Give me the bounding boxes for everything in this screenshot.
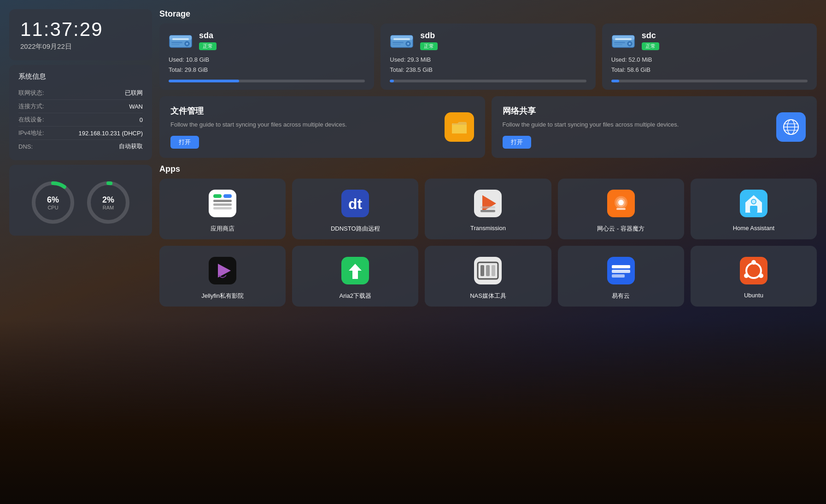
wxcloud-svg bbox=[607, 190, 635, 217]
svg-rect-35 bbox=[213, 207, 232, 209]
svg-rect-20 bbox=[615, 38, 632, 40]
svg-point-22 bbox=[629, 43, 631, 45]
svg-rect-26 bbox=[452, 125, 467, 133]
sys-row-label: 在线设备: bbox=[18, 116, 44, 124]
app-name: Aria2下载器 bbox=[340, 292, 371, 300]
folder-icon bbox=[450, 118, 469, 136]
sys-row-value: 0 bbox=[140, 116, 143, 123]
svg-rect-16 bbox=[392, 42, 404, 43]
disk-used: Used: 29.3 MiB bbox=[390, 55, 586, 65]
app-card[interactable]: Aria2下载器 bbox=[292, 246, 418, 307]
clock-card: 11:37:29 2022年09月22日 bbox=[9, 9, 152, 60]
app-icon bbox=[206, 254, 239, 287]
app-name: NAS媒体工具 bbox=[470, 292, 506, 300]
sys-row-label: 联网状态: bbox=[18, 89, 44, 97]
disk-name: sda bbox=[199, 31, 217, 41]
disk-progress-fill bbox=[611, 80, 619, 82]
svg-rect-24 bbox=[614, 44, 622, 45]
app-name: 网心云 - 容器魔方 bbox=[597, 225, 644, 233]
svg-rect-33 bbox=[213, 200, 232, 202]
cpu-gauge-label: 6% CPU bbox=[30, 180, 76, 226]
system-title: 系统信息 bbox=[18, 72, 143, 81]
svg-point-70 bbox=[744, 273, 749, 278]
disk-icon bbox=[611, 32, 635, 49]
ram-gauge-wrap: 2% RAM bbox=[85, 180, 131, 226]
svg-rect-42 bbox=[480, 210, 495, 212]
app-icon bbox=[737, 187, 770, 220]
app-card[interactable]: Transmission bbox=[425, 179, 551, 239]
network-icon bbox=[782, 118, 800, 136]
app-name: Jellyfin私有影院 bbox=[201, 292, 244, 300]
clock-date: 2022年09月22日 bbox=[20, 42, 141, 51]
service-desc: Follow the guide to start syncing your f… bbox=[503, 120, 769, 129]
cpu-gauge: 6% CPU bbox=[30, 180, 76, 226]
ram-gauge: 2% RAM bbox=[85, 180, 131, 226]
disk-name: sdb bbox=[420, 31, 438, 41]
app-name: Transmission bbox=[470, 225, 506, 232]
svg-rect-60 bbox=[486, 265, 490, 276]
system-card: 系统信息 联网状态: 已联网连接方式: WAN在线设备: 0IPv4地址: 19… bbox=[9, 65, 152, 160]
sys-row-value: 192.168.10.231 (DHCP) bbox=[79, 130, 143, 137]
system-row: IPv4地址: 192.168.10.231 (DHCP) bbox=[18, 127, 143, 140]
app-card[interactable]: Home Assistant bbox=[691, 179, 817, 239]
disk-total: Total: 238.5 GiB bbox=[390, 65, 586, 75]
svg-rect-34 bbox=[213, 203, 232, 206]
open-button[interactable]: 打开 bbox=[503, 136, 531, 149]
app-card[interactable]: Jellyfin私有影院 bbox=[159, 246, 286, 307]
storage-header: sda 正常 bbox=[169, 31, 365, 50]
sys-row-label: 连接方式: bbox=[18, 102, 44, 110]
svg-rect-64 bbox=[612, 270, 630, 273]
sys-row-value: 自动获取 bbox=[119, 142, 143, 151]
cpu-gauge-wrap: 6% CPU bbox=[30, 180, 76, 226]
system-row: 在线设备: 0 bbox=[18, 113, 143, 127]
svg-rect-13 bbox=[393, 38, 410, 40]
svg-point-68 bbox=[751, 260, 756, 265]
open-button[interactable]: 打开 bbox=[170, 136, 199, 149]
disk-icon bbox=[390, 32, 414, 49]
disk-status: 正常 bbox=[420, 42, 438, 50]
apps-grid: 应用商店 dt DDNSTO路由远程 Transmission 网心云 - 容器… bbox=[159, 179, 817, 307]
ram-label: RAM bbox=[103, 205, 114, 210]
appstore-svg bbox=[209, 190, 236, 217]
ram-gauge-label: 2% RAM bbox=[85, 180, 131, 226]
app-card[interactable]: 应用商店 bbox=[159, 179, 286, 239]
disk-status: 正常 bbox=[642, 42, 659, 50]
system-row: 连接方式: WAN bbox=[18, 100, 143, 113]
disk-progress-fill bbox=[169, 80, 239, 82]
storage-header: sdb 正常 bbox=[390, 31, 586, 50]
svg-rect-50 bbox=[750, 206, 757, 213]
svg-rect-9 bbox=[171, 42, 182, 43]
storage-title: Storage bbox=[159, 9, 817, 19]
app-card[interactable]: 易有云 bbox=[558, 246, 684, 307]
sys-row-value: 已联网 bbox=[125, 89, 143, 97]
ddns-svg: dt bbox=[341, 190, 369, 217]
disk-used: Used: 52.0 MiB bbox=[611, 55, 808, 65]
nas-svg bbox=[474, 257, 502, 284]
disk-progress-bar bbox=[169, 80, 365, 82]
ram-percent: 2% bbox=[102, 195, 114, 205]
service-text: 网络共享 Follow the guide to start syncing y… bbox=[503, 105, 769, 149]
disk-progress-fill bbox=[390, 80, 394, 82]
service-icon bbox=[776, 112, 806, 142]
app-card[interactable]: dt DDNSTO路由远程 bbox=[292, 179, 418, 239]
svg-rect-59 bbox=[480, 265, 484, 276]
app-icon bbox=[471, 187, 504, 220]
svg-rect-17 bbox=[392, 44, 401, 45]
cpu-percent: 6% bbox=[47, 195, 59, 205]
app-card[interactable]: Ubuntu bbox=[691, 246, 817, 307]
gauge-card: 6% CPU 2% RAM bbox=[9, 165, 152, 236]
storage-card: sda 正常 Used: 10.8 GiB Total: 29.8 GiB bbox=[159, 23, 374, 90]
app-icon bbox=[339, 254, 372, 287]
svg-rect-65 bbox=[612, 274, 625, 278]
app-card[interactable]: 网心云 - 容器魔方 bbox=[558, 179, 684, 239]
svg-rect-43 bbox=[480, 206, 495, 209]
service-cards: 文件管理 Follow the guide to start syncing y… bbox=[159, 96, 817, 158]
service-name: 网络共享 bbox=[503, 105, 769, 116]
app-card[interactable]: NAS媒体工具 bbox=[425, 246, 551, 307]
app-name: 易有云 bbox=[612, 292, 630, 300]
disk-icon bbox=[169, 32, 193, 49]
right-panel: Storage sda 正常 Used: 10.8 GiB Total: 29.… bbox=[159, 9, 817, 495]
left-panel: 11:37:29 2022年09月22日 系统信息 联网状态: 已联网连接方式:… bbox=[9, 9, 152, 495]
storage-header: sdc 正常 bbox=[611, 31, 808, 50]
ubuntu-svg bbox=[740, 257, 767, 284]
